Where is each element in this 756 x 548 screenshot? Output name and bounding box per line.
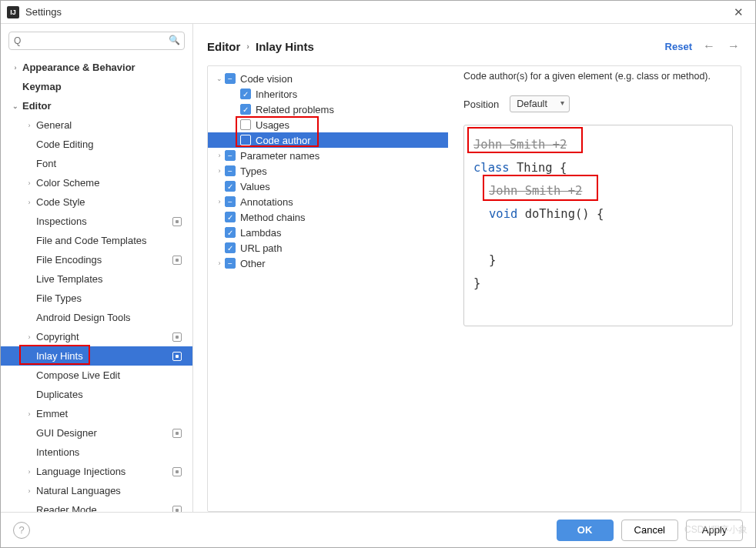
hint-item-label: Inheritors (256, 89, 442, 100)
sidebar-item-file-encodings[interactable]: ›File Encodings (1, 250, 192, 269)
checkbox[interactable]: ✓ (240, 104, 251, 115)
chevron-icon: › (24, 410, 35, 418)
reset-link[interactable]: Reset (665, 41, 692, 52)
hint-item-code-author[interactable]: Code author (208, 132, 448, 148)
sidebar-item-file-types[interactable]: ›File Types (1, 289, 192, 308)
identifier-thing: Thing { (517, 161, 567, 175)
chevron-icon: › (214, 198, 225, 206)
hint-item-other[interactable]: ›−Other (208, 256, 448, 271)
modified-indicator-icon (172, 429, 182, 438)
checkbox[interactable]: − (225, 258, 236, 269)
checkbox[interactable]: − (225, 165, 236, 176)
sidebar-item-emmet[interactable]: ›Emmet (1, 404, 192, 423)
help-icon[interactable]: ? (13, 522, 30, 539)
checkbox[interactable]: ✓ (225, 181, 236, 192)
modified-indicator-icon (172, 217, 182, 226)
sidebar-item-label: File Types (36, 292, 82, 304)
sidebar-item-color-scheme[interactable]: ›Color Scheme (1, 173, 192, 192)
sidebar-item-keymap[interactable]: ›Keymap (1, 77, 192, 96)
hint-item-values[interactable]: ✓Values (208, 179, 448, 194)
sidebar-item-inspections[interactable]: ›Inspections (1, 212, 192, 231)
checkbox[interactable]: ✓ (225, 212, 236, 222)
back-arrow-icon[interactable]: ← (701, 39, 717, 53)
hint-item-usages[interactable]: Usages (208, 117, 448, 132)
hint-item-url-path[interactable]: ✓URL path (208, 240, 448, 256)
breadcrumb-part1: Editor (207, 40, 240, 53)
sidebar-item-intentions[interactable]: ›Intentions (1, 443, 192, 462)
search-input[interactable] (8, 32, 185, 50)
sidebar-item-inlay-hints[interactable]: ›Inlay Hints (1, 346, 192, 366)
sidebar-item-label: Reader Mode (36, 504, 97, 512)
forward-arrow-icon[interactable]: → (726, 39, 741, 53)
hint-item-method-chains[interactable]: ✓Method chains (208, 209, 448, 225)
sidebar-item-natural-languages[interactable]: ›Natural Languages (1, 481, 192, 500)
sidebar-item-gui-designer[interactable]: ›GUI Designer (1, 423, 192, 443)
ok-button[interactable]: OK (557, 520, 614, 541)
preview-panel: Code author(s) for a given element (e.g.… (463, 66, 741, 511)
close-icon[interactable]: ✕ (728, 2, 749, 23)
checkbox[interactable]: ✓ (225, 227, 236, 238)
code-preview: John Smith +2 class Thing { John Smith +… (463, 125, 733, 326)
chevron-icon: › (24, 199, 35, 206)
sidebar-item-general[interactable]: ›General (1, 115, 192, 135)
sidebar-item-android-design-tools[interactable]: ›Android Design Tools (1, 308, 192, 327)
settings-tree[interactable]: ›Appearance & Behavior›Keymap⌄Editor›Gen… (1, 55, 192, 512)
modified-indicator-icon (172, 467, 182, 476)
inlay-hints-tree[interactable]: ⌄−Code vision✓Inheritors✓Related problem… (208, 66, 448, 511)
search-icon: 🔍 (169, 35, 180, 45)
hint-item-lambdas[interactable]: ✓Lambdas (208, 225, 448, 240)
checkbox[interactable]: − (225, 196, 236, 207)
apply-button[interactable]: Apply (686, 520, 743, 541)
hint-item-related-problems[interactable]: ✓Related problems (208, 102, 448, 117)
sidebar-item-compose-live-edit[interactable]: ›Compose Live Edit (1, 366, 192, 385)
modified-indicator-icon (172, 332, 182, 342)
sidebar-item-file-and-code-templates[interactable]: ›File and Code Templates (1, 231, 192, 250)
title-bar: IJ Settings ✕ (1, 1, 755, 24)
sidebar-item-live-templates[interactable]: ›Live Templates (1, 269, 192, 289)
identifier-dothing: doThing() { (525, 207, 604, 221)
sidebar-item-label: General (36, 119, 72, 131)
chevron-icon: › (24, 179, 35, 187)
hint-item-annotations[interactable]: ›−Annotations (208, 194, 448, 209)
sidebar-item-appearance-behavior[interactable]: ›Appearance & Behavior (1, 58, 192, 77)
sidebar-item-code-editing[interactable]: ›Code Editing (1, 135, 192, 154)
sidebar-item-label: Color Scheme (36, 177, 99, 189)
checkbox[interactable]: − (225, 150, 236, 161)
hint-item-inheritors[interactable]: ✓Inheritors (208, 86, 448, 102)
cancel-button[interactable]: Cancel (621, 520, 678, 541)
sidebar-item-reader-mode[interactable]: ›Reader Mode (1, 500, 192, 512)
position-combo[interactable]: Default (510, 95, 570, 112)
sidebar-item-label: Duplicates (36, 389, 83, 400)
hint-item-types[interactable]: ›−Types (208, 163, 448, 179)
content-area: Editor › Inlay Hints Reset ← → ⌄−Code vi… (193, 24, 755, 512)
hint-item-code-vision[interactable]: ⌄−Code vision (208, 71, 448, 86)
hint-item-parameter-names[interactable]: ›−Parameter names (208, 148, 448, 163)
checkbox[interactable] (240, 119, 251, 130)
settings-sidebar: 🔍 ›Appearance & Behavior›Keymap⌄Editor›G… (1, 24, 193, 512)
checkbox[interactable]: ✓ (240, 89, 251, 99)
app-icon: IJ (7, 6, 19, 18)
keyword-void: void (489, 207, 517, 221)
content-body: ⌄−Code vision✓Inheritors✓Related problem… (207, 65, 741, 512)
sidebar-item-editor[interactable]: ⌄Editor (1, 96, 192, 115)
sidebar-item-label: Intentions (36, 446, 79, 458)
sidebar-item-font[interactable]: ›Font (1, 154, 192, 173)
close-brace-outer: } (473, 276, 480, 290)
sidebar-item-code-style[interactable]: ›Code Style (1, 192, 192, 212)
chevron-icon: ⌄ (10, 102, 21, 110)
sidebar-item-duplicates[interactable]: ›Duplicates (1, 385, 192, 404)
modified-indicator-icon (172, 352, 182, 361)
sidebar-item-copyright[interactable]: ›Copyright (1, 327, 192, 346)
checkbox[interactable]: − (225, 73, 236, 84)
chevron-icon: › (214, 152, 225, 159)
sidebar-item-label: Editor (22, 100, 52, 112)
window-title: Settings (25, 6, 728, 18)
checkbox[interactable] (240, 135, 251, 145)
sidebar-item-language-injections[interactable]: ›Language Injections (1, 462, 192, 481)
content-header: Editor › Inlay Hints Reset ← → (207, 35, 741, 58)
chevron-right-icon: › (246, 42, 249, 51)
checkbox[interactable]: ✓ (225, 242, 236, 253)
hint-item-label: Annotations (240, 196, 442, 208)
hint-item-label: Code vision (240, 73, 442, 85)
hint-item-label: Usages (256, 119, 442, 131)
